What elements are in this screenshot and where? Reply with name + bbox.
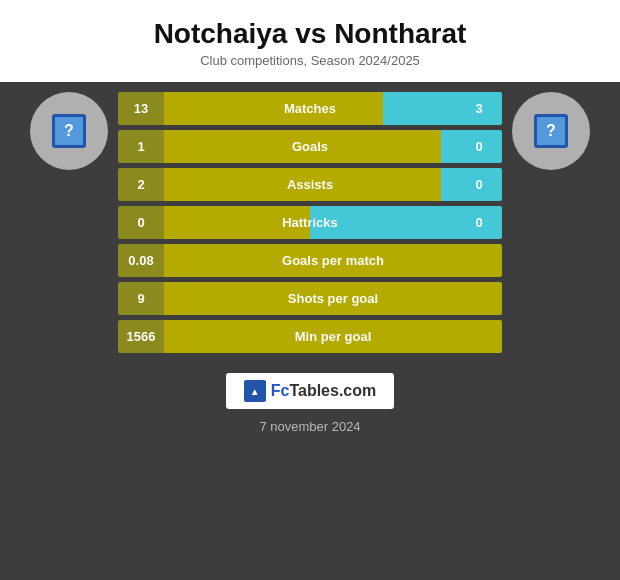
stat-label: Hattricks [282,215,338,230]
stat-label: Shots per goal [288,291,378,306]
stat-row: 9Shots per goal [118,282,502,315]
stat-right-value: 0 [456,206,502,239]
page-wrapper: Notchaiya vs Nontharat Club competitions… [0,0,620,580]
stat-label: Goals [292,139,328,154]
stat-left-value: 2 [118,168,164,201]
stat-bar: Shots per goal [164,282,502,315]
avatar-left-icon: ? [52,114,86,148]
stat-bar: Hattricks [164,206,456,239]
stat-row: 0.08Goals per match [118,244,502,277]
top-header: Notchaiya vs Nontharat Club competitions… [0,0,620,82]
player-right: ? [512,92,590,170]
stat-bar: Goals [164,130,456,163]
competition-label: Club competitions, Season 2024/2025 [20,53,600,68]
logo-box: FcTables.com [226,373,395,409]
stat-row: 2Assists0 [118,168,502,201]
logo-label: FcTables.com [271,382,377,400]
stat-right-value: 3 [456,92,502,125]
stat-right-value: 0 [456,168,502,201]
avatar-left: ? [30,92,108,170]
stat-label: Min per goal [295,329,372,344]
stat-bar: Min per goal [164,320,502,353]
stat-row: 13Matches3 [118,92,502,125]
stat-label: Goals per match [282,253,384,268]
stat-left-value: 0.08 [118,244,164,277]
stat-left-value: 0 [118,206,164,239]
stat-left-value: 9 [118,282,164,315]
stats-column: 13Matches31Goals02Assists00Hattricks00.0… [118,92,502,353]
fctables-icon [244,380,266,402]
stat-label: Matches [284,101,336,116]
stat-row: 1566Min per goal [118,320,502,353]
stat-row: 0Hattricks0 [118,206,502,239]
avatar-right-icon: ? [534,114,568,148]
stat-right-value: 0 [456,130,502,163]
stat-bar: Assists [164,168,456,201]
stat-label: Assists [287,177,333,192]
player-left: ? [30,92,108,170]
match-date: 7 november 2024 [259,419,360,434]
stat-bar: Goals per match [164,244,502,277]
avatar-right: ? [512,92,590,170]
match-title: Notchaiya vs Nontharat [20,18,600,50]
stat-left-value: 1566 [118,320,164,353]
stat-left-value: 13 [118,92,164,125]
stat-bar: Matches [164,92,456,125]
stat-row: 1Goals0 [118,130,502,163]
middle-section: ? 13Matches31Goals02Assists00Hattricks00… [0,82,620,363]
stat-left-value: 1 [118,130,164,163]
